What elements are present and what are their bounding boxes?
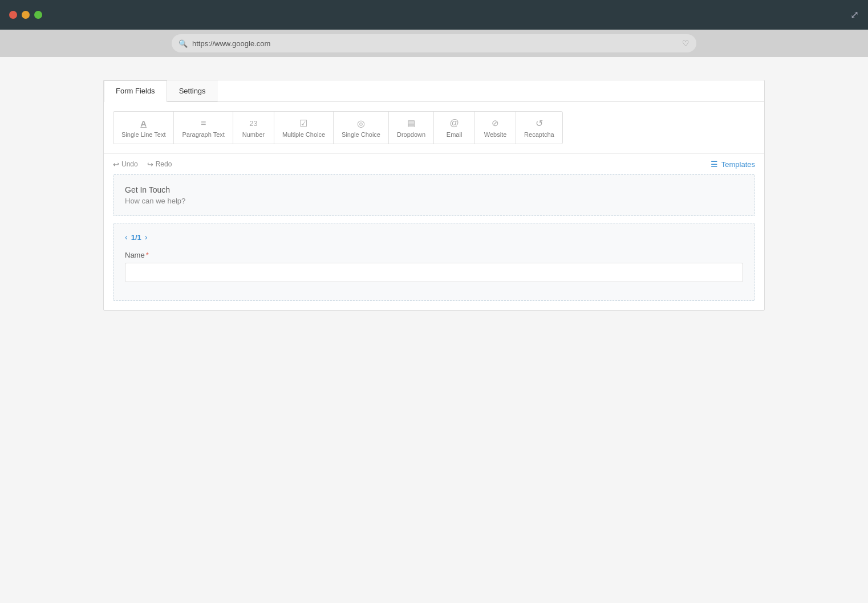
page-counter: 1/1 <box>131 233 141 242</box>
field-type-dropdown[interactable]: ▤ Dropdown <box>389 112 434 144</box>
address-bar[interactable]: 🔍 https://www.google.com ♡ <box>172 34 696 52</box>
tab-form-fields[interactable]: Form Fields <box>104 80 167 102</box>
field-picker: A Single Line Text ≡ Paragraph Text 23 N… <box>104 102 764 154</box>
minimize-button[interactable] <box>22 11 30 19</box>
tabs-container: Form Fields Settings <box>104 80 764 102</box>
recaptcha-label: Recaptcha <box>524 131 554 138</box>
paragraph-text-icon: ≡ <box>201 117 206 129</box>
website-icon: ⊘ <box>492 117 499 129</box>
form-header-section[interactable]: Get In Touch How can we help? <box>113 174 755 216</box>
toolbar-row: ↩ Undo ↪ Redo ☰ Templates <box>104 154 764 174</box>
main-panel: Form Fields Settings A Single Line Text … <box>103 80 765 311</box>
email-label: Email <box>447 131 463 138</box>
undo-icon: ↩ <box>113 160 119 169</box>
field-type-website[interactable]: ⊘ Website <box>475 112 516 144</box>
recaptcha-icon: ↺ <box>536 117 543 129</box>
form-page-section: ‹ 1/1 › Name* <box>113 223 755 301</box>
paragraph-text-label: Paragraph Text <box>182 131 224 138</box>
templates-button[interactable]: ☰ Templates <box>711 160 755 169</box>
expand-icon[interactable]: ⤢ <box>850 9 859 21</box>
browser-content: Form Fields Settings A Single Line Text … <box>0 57 868 603</box>
redo-button[interactable]: ↪ Redo <box>147 160 172 169</box>
traffic-lights <box>9 11 42 19</box>
templates-label: Templates <box>721 160 755 169</box>
website-label: Website <box>484 131 507 138</box>
single-line-text-label: Single Line Text <box>121 131 165 138</box>
form-canvas: Get In Touch How can we help? ‹ 1/1 › Na… <box>113 174 755 301</box>
field-type-single-line-text[interactable]: A Single Line Text <box>113 112 174 144</box>
undo-label: Undo <box>121 160 138 168</box>
field-type-single-choice[interactable]: ◎ Single Choice <box>334 112 389 144</box>
undo-button[interactable]: ↩ Undo <box>113 160 138 169</box>
required-star: * <box>146 251 149 259</box>
redo-icon: ↪ <box>147 160 153 169</box>
browser-titlebar: ⤢ <box>0 0 868 30</box>
name-field-input[interactable] <box>125 263 743 282</box>
number-label: Number <box>242 131 265 138</box>
browser-toolbar: 🔍 https://www.google.com ♡ <box>0 30 868 57</box>
field-type-recaptcha[interactable]: ↺ Recaptcha <box>516 112 562 144</box>
page-prev-button[interactable]: ‹ <box>125 233 128 242</box>
url-text: https://www.google.com <box>192 39 678 48</box>
tab-settings[interactable]: Settings <box>167 80 218 101</box>
field-types-list: A Single Line Text ≡ Paragraph Text 23 N… <box>113 111 563 144</box>
field-type-multiple-choice[interactable]: ☑ Multiple Choice <box>274 112 334 144</box>
multiple-choice-label: Multiple Choice <box>282 131 325 138</box>
bookmark-icon[interactable]: ♡ <box>682 39 689 48</box>
toolbar-left: ↩ Undo ↪ Redo <box>113 160 172 169</box>
form-title: Get In Touch <box>125 185 743 194</box>
single-choice-icon: ◎ <box>357 117 365 129</box>
name-field-label: Name* <box>125 251 743 259</box>
email-icon: @ <box>449 117 459 129</box>
page-nav: ‹ 1/1 › <box>125 233 743 242</box>
dropdown-icon: ▤ <box>407 117 415 129</box>
field-type-paragraph-text[interactable]: ≡ Paragraph Text <box>174 112 233 144</box>
templates-icon: ☰ <box>711 160 718 169</box>
form-field-name: Name* <box>125 251 743 282</box>
maximize-button[interactable] <box>34 11 42 19</box>
single-line-text-icon: A <box>140 117 147 129</box>
multiple-choice-icon: ☑ <box>299 117 307 129</box>
number-icon: 23 <box>249 117 257 129</box>
search-icon: 🔍 <box>179 39 188 48</box>
close-button[interactable] <box>9 11 17 19</box>
redo-label: Redo <box>156 160 172 168</box>
field-type-number[interactable]: 23 Number <box>233 112 274 144</box>
form-subtitle: How can we help? <box>125 197 743 205</box>
page-next-button[interactable]: › <box>145 233 148 242</box>
single-choice-label: Single Choice <box>342 131 380 138</box>
field-type-email[interactable]: @ Email <box>434 112 475 144</box>
dropdown-label: Dropdown <box>397 131 425 138</box>
